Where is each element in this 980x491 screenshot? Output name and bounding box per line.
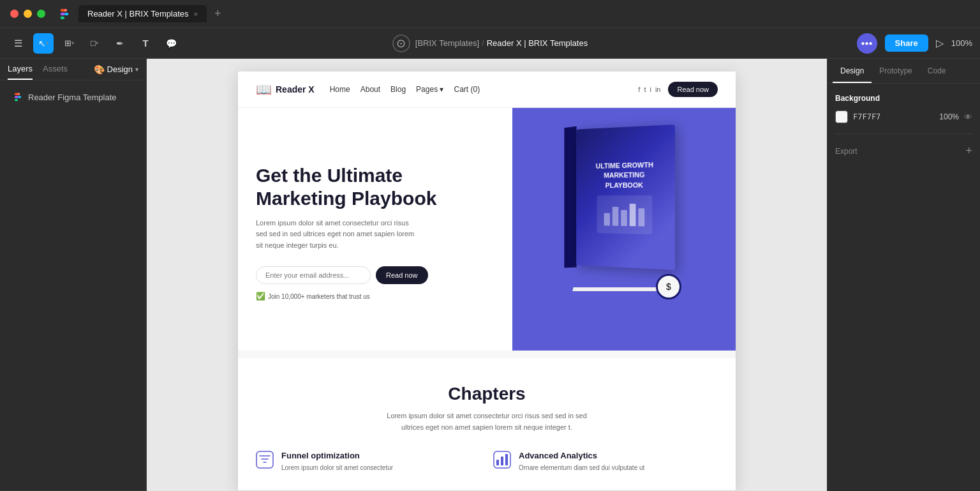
present-button[interactable]: ▷ xyxy=(936,37,944,49)
chapters-section: Chapters Lorem ipsum dolor sit amet cons… xyxy=(238,358,736,490)
menu-button[interactable]: ☰ xyxy=(8,33,28,54)
chapters-title: Chapters xyxy=(256,384,718,404)
export-label: Export xyxy=(835,147,858,156)
sidebar-tabs: Layers Assets 🎨 Design ▾ xyxy=(0,59,146,80)
left-sidebar: Layers Assets 🎨 Design ▾ Reader Figma Te… xyxy=(0,59,147,491)
title-bar: Reader X | BRIX Templates × + xyxy=(0,0,980,28)
main-area: Layers Assets 🎨 Design ▾ Reader Figma Te… xyxy=(0,59,980,491)
select-chevron-icon: ▾ xyxy=(46,40,48,46)
linkedin-icon[interactable]: in xyxy=(655,86,661,93)
chapter-1-desc: Lorem ipsum dolor sit amet consectetur xyxy=(281,463,393,472)
breadcrumb: [BRIX Templates] / Reader X | BRIX Templ… xyxy=(415,38,588,48)
trust-text: Join 10,000+ marketers that trust us xyxy=(268,293,370,300)
nav-about[interactable]: About xyxy=(360,85,380,94)
email-input[interactable] xyxy=(256,266,371,284)
svg-rect-3 xyxy=(630,204,636,226)
site-nav-right: f t i in Read now xyxy=(638,82,718,97)
toolbar: ☰ ↖ ▾ ⊞ ▾ □ ▾ ✒ T 💬 ⊙ [BRIX Templates] / xyxy=(0,28,980,59)
design-tab[interactable]: Design xyxy=(833,59,872,83)
fullscreen-button[interactable] xyxy=(37,10,45,18)
svg-rect-7 xyxy=(496,460,499,465)
new-tab-button[interactable]: + xyxy=(209,4,226,23)
canvas-content: 📖 Reader X Home About Blog Pages ▾ Cart … xyxy=(147,59,827,491)
toolbar-center: ⊙ [BRIX Templates] / Reader X | BRIX Tem… xyxy=(330,34,650,52)
nav-pages[interactable]: Pages ▾ xyxy=(416,85,443,94)
logo-text: Reader X xyxy=(276,84,315,94)
layer-name: Reader Figma Template xyxy=(28,93,117,102)
shape-tool[interactable]: □ ▾ xyxy=(84,33,105,54)
opacity-value[interactable]: 100% xyxy=(939,112,959,121)
social-icons: f t i in xyxy=(638,86,660,93)
minimize-button[interactable] xyxy=(24,10,32,18)
right-sidebar: Design Prototype Code Background F7F7F7 … xyxy=(827,59,980,491)
design-mode-toggle[interactable]: 🎨 Design ▾ xyxy=(94,64,138,80)
profile-icon: ⊙ xyxy=(392,34,410,52)
background-section-label: Background xyxy=(835,94,972,103)
design-panel: Background F7F7F7 100% 👁 Export + xyxy=(828,84,980,491)
book-cover-text: Ultime GrowthMarketingPlaybook xyxy=(596,160,653,191)
trust-badge: ✅ Join 10,000+ marketers that trust us xyxy=(256,292,494,301)
site-logo: 📖 Reader X xyxy=(256,82,315,97)
comment-tool[interactable]: 💬 xyxy=(161,33,181,54)
chapter-1-title: Funnel optimization xyxy=(281,451,393,460)
toolbar-right: ●●● Share ▷ 100% xyxy=(653,33,972,54)
email-form: Read now xyxy=(256,266,494,284)
layers-tab[interactable]: Layers xyxy=(8,64,33,80)
close-button[interactable] xyxy=(10,10,19,18)
section-divider xyxy=(835,133,972,134)
color-hex-value[interactable]: F7F7F7 xyxy=(853,112,934,121)
design-label: Design xyxy=(107,64,133,74)
text-tool[interactable]: T xyxy=(135,33,156,54)
nav-cart[interactable]: Cart (0) xyxy=(454,85,480,94)
code-tab[interactable]: Code xyxy=(920,59,954,83)
figma-logo-icon xyxy=(58,8,71,20)
site-nav: 📖 Reader X Home About Blog Pages ▾ Cart … xyxy=(238,72,736,108)
tab-title: Reader X | BRIX Templates xyxy=(87,9,189,19)
tab-close-icon[interactable]: × xyxy=(194,10,198,18)
chapter-2-content: Advanced Analytics Ornare elementum diam… xyxy=(519,451,644,472)
text-icon: T xyxy=(142,38,148,49)
nav-blog[interactable]: Blog xyxy=(390,85,406,94)
prototype-tab[interactable]: Prototype xyxy=(872,59,919,83)
book-illustration: Ultime GrowthMarketingPlaybook xyxy=(560,127,688,293)
chapters-grid: Funnel optimization Lorem ipsum dolor si… xyxy=(256,451,718,472)
instagram-icon[interactable]: i xyxy=(650,86,651,93)
layer-figma-icon xyxy=(13,92,23,102)
active-tab[interactable]: Reader X | BRIX Templates × xyxy=(78,5,207,22)
logo-icon: 📖 xyxy=(256,82,272,97)
read-now-button[interactable]: Read now xyxy=(376,266,428,284)
chapter-2-desc: Ornare elementum diam sed dui vulputate … xyxy=(519,463,644,472)
frame-icon: ⊞ xyxy=(64,38,71,48)
toolbar-left: ☰ ↖ ▾ ⊞ ▾ □ ▾ ✒ T 💬 xyxy=(8,33,327,54)
pen-tool[interactable]: ✒ xyxy=(110,33,130,54)
assets-tab[interactable]: Assets xyxy=(43,64,68,80)
background-color-swatch[interactable] xyxy=(835,110,848,123)
shape-chevron-icon: ▾ xyxy=(96,40,98,46)
export-add-button[interactable]: + xyxy=(965,144,972,158)
page-frame: 📖 Reader X Home About Blog Pages ▾ Cart … xyxy=(238,72,736,490)
nav-home[interactable]: Home xyxy=(330,85,350,94)
background-color-row: F7F7F7 100% 👁 xyxy=(835,110,972,123)
share-button[interactable]: Share xyxy=(885,34,928,52)
layers-panel: Reader Figma Template xyxy=(0,80,146,490)
breadcrumb-file: Reader X | BRIX Templates xyxy=(487,38,588,48)
chapters-subtitle: Lorem ipsum dolor sit amet consectetur o… xyxy=(256,411,718,433)
zoom-control[interactable]: 100% xyxy=(951,38,972,48)
twitter-icon[interactable]: t xyxy=(644,86,646,93)
hero-left: Get the Ultimate Marketing Playbook Lore… xyxy=(238,108,512,351)
rectangle-icon: □ xyxy=(91,38,96,48)
cursor-icon: ↖ xyxy=(38,38,46,49)
check-icon: ✅ xyxy=(256,292,265,301)
hero-subtitle: Lorem ipsum dolor sit amet consectetur o… xyxy=(256,218,422,252)
canvas-area[interactable]: 📖 Reader X Home About Blog Pages ▾ Cart … xyxy=(147,59,827,491)
hero-read-now-button[interactable]: Read now xyxy=(668,82,718,97)
facebook-icon[interactable]: f xyxy=(638,86,640,93)
hamburger-icon: ☰ xyxy=(14,38,22,49)
hero-section: Get the Ultimate Marketing Playbook Lore… xyxy=(238,108,736,351)
frame-tool[interactable]: ⊞ ▾ xyxy=(59,33,79,54)
svg-rect-4 xyxy=(638,208,644,226)
right-sidebar-tabs: Design Prototype Code xyxy=(828,59,980,84)
visibility-icon[interactable]: 👁 xyxy=(964,112,972,122)
layer-item[interactable]: Reader Figma Template xyxy=(8,88,138,106)
select-tool[interactable]: ↖ ▾ xyxy=(33,33,54,54)
